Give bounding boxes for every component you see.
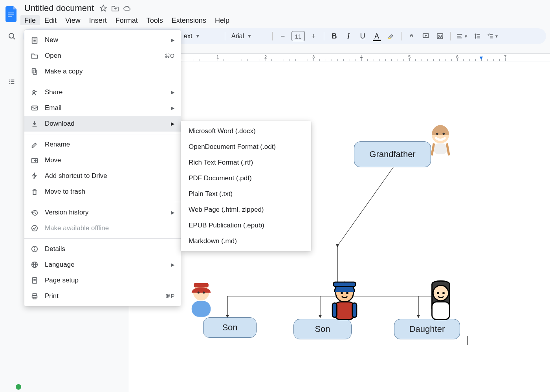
svg-rect-47 xyxy=(434,143,447,154)
menu-item-file[interactable]: File xyxy=(20,15,40,26)
svg-point-48 xyxy=(436,133,438,135)
search-menus-button[interactable] xyxy=(4,28,20,44)
cloud-status-icon[interactable] xyxy=(123,4,131,12)
move-to-folder-icon[interactable] xyxy=(111,4,119,12)
download-format-opendocument[interactable]: OpenDocument Format (.odt) xyxy=(181,139,311,155)
checklist-button[interactable]: ▼ xyxy=(485,30,500,42)
insert-link-button[interactable] xyxy=(405,30,418,42)
download-format-markdown[interactable]: Markdown (.md) xyxy=(181,233,311,249)
chevron-down-icon: ▼ xyxy=(464,34,468,38)
globe-icon xyxy=(31,261,38,269)
increase-font-size-button[interactable]: + xyxy=(307,30,320,42)
insert-image-button[interactable] xyxy=(434,30,446,42)
svg-point-55 xyxy=(336,284,354,302)
highlight-color-button[interactable] xyxy=(385,30,397,42)
text-color-button[interactable]: A xyxy=(370,30,383,42)
document-title[interactable]: Untitled document xyxy=(23,3,95,13)
align-button[interactable]: ▼ xyxy=(455,30,469,42)
menu-item-format[interactable]: Format xyxy=(112,15,142,26)
svg-point-49 xyxy=(443,133,445,135)
paragraph-style-label: ext xyxy=(184,33,192,40)
file-menu-item-print[interactable]: Print⌘P xyxy=(24,288,181,304)
print-icon xyxy=(31,292,38,300)
menu-separator xyxy=(24,134,181,134)
avatar-son-1 xyxy=(184,277,218,321)
menu-item-label: Make available offline xyxy=(45,224,174,232)
italic-button[interactable]: I xyxy=(342,30,355,42)
document-outline-button[interactable] xyxy=(5,75,19,89)
menu-item-label: New xyxy=(45,36,165,44)
file-menu-item-details[interactable]: Details xyxy=(24,241,181,257)
family-node-label: Grandfather xyxy=(369,149,415,159)
file-menu-item-new[interactable]: New▶ xyxy=(24,32,181,48)
file-menu-item-make-a-copy[interactable]: Make a copy xyxy=(24,64,181,79)
svg-rect-33 xyxy=(8,16,12,17)
star-icon[interactable] xyxy=(99,4,107,12)
download-format-microsoft[interactable]: Microsoft Word (.docx) xyxy=(181,123,311,139)
family-node-daughter[interactable]: Daughter xyxy=(394,319,460,339)
svg-point-65 xyxy=(442,292,445,294)
submenu-arrow-icon: ▶ xyxy=(171,105,174,111)
menu-item-label: Page setup xyxy=(45,277,174,284)
family-node-label: Daughter xyxy=(409,324,445,334)
page-icon xyxy=(31,277,38,284)
family-node-son-2[interactable]: Son xyxy=(293,319,352,339)
file-menu-item-email[interactable]: Email▶ xyxy=(24,100,181,116)
file-menu-item-open[interactable]: Open⌘O xyxy=(24,48,181,64)
menu-item-help[interactable]: Help xyxy=(211,15,233,26)
family-node-son-1[interactable]: Son xyxy=(203,317,257,338)
doc-icon xyxy=(31,36,38,44)
copy-icon xyxy=(31,68,38,75)
file-menu-item-add-shortcut-to-drive[interactable]: Add shortcut to Drive xyxy=(24,168,181,184)
download-format-pdf[interactable]: PDF Document (.pdf) xyxy=(181,170,311,186)
menu-item-label: Print xyxy=(45,292,159,300)
svg-point-50 xyxy=(193,285,209,300)
file-menu-item-share[interactable]: Share▶ xyxy=(24,84,181,100)
file-menu-item-move[interactable]: Move xyxy=(24,152,181,168)
file-menu-item-make-available-offline: Make available offline xyxy=(24,220,181,236)
file-menu-item-page-setup[interactable]: Page setup xyxy=(24,273,181,288)
download-format-web[interactable]: Web Page (.html, zipped) xyxy=(181,202,311,218)
file-menu-item-version-history[interactable]: Version history▶ xyxy=(24,205,181,220)
line-spacing-button[interactable] xyxy=(471,30,484,42)
svg-rect-31 xyxy=(8,13,14,13)
menu-item-tools[interactable]: Tools xyxy=(143,15,167,26)
add-comment-button[interactable] xyxy=(420,30,432,42)
toolbar-separator xyxy=(272,32,273,40)
menu-item-label: Make a copy xyxy=(45,68,174,75)
download-format-rich[interactable]: Rich Text Format (.rtf) xyxy=(181,155,311,170)
file-menu-item-language[interactable]: Language▶ xyxy=(24,257,181,273)
paragraph-style-select[interactable]: ext▼ xyxy=(182,33,221,40)
keyboard-shortcut: ⌘O xyxy=(165,53,174,59)
decrease-font-size-button[interactable]: − xyxy=(277,30,289,42)
family-node-grandfather[interactable]: Grandfather xyxy=(354,141,431,167)
family-node-label: Son xyxy=(315,324,330,334)
menu-item-insert[interactable]: Insert xyxy=(85,15,111,26)
font-size-input[interactable]: 11 xyxy=(292,31,305,41)
menu-item-label: Add shortcut to Drive xyxy=(45,172,174,180)
svg-point-64 xyxy=(437,292,439,294)
svg-point-46 xyxy=(432,126,449,143)
submenu-arrow-icon: ▶ xyxy=(171,90,174,95)
menu-item-extensions[interactable]: Extensions xyxy=(168,15,210,26)
mail-icon xyxy=(31,104,38,112)
bold-button[interactable]: B xyxy=(328,30,341,42)
menu-item-view[interactable]: View xyxy=(61,15,84,26)
svg-rect-63 xyxy=(432,302,450,320)
svg-rect-32 xyxy=(8,15,14,15)
download-format-epub[interactable]: EPUB Publication (.epub) xyxy=(181,218,311,233)
docs-logo[interactable] xyxy=(5,5,19,24)
download-format-plain[interactable]: Plain Text (.txt) xyxy=(181,186,311,202)
underline-button[interactable]: U xyxy=(356,30,369,42)
svg-point-54 xyxy=(203,291,205,293)
font-family-select[interactable]: Arial▼ xyxy=(229,33,268,40)
horizontal-ruler[interactable]: 1234567▼ xyxy=(126,53,550,61)
ruler-right-margin-marker[interactable]: ▼ xyxy=(478,55,484,61)
file-menu-item-rename[interactable]: Rename xyxy=(24,137,181,152)
file-menu-item-download[interactable]: Download▶ xyxy=(24,116,181,132)
menu-item-edit[interactable]: Edit xyxy=(40,15,60,26)
submenu-arrow-icon: ▶ xyxy=(171,262,174,267)
rename-icon xyxy=(31,141,38,148)
toolbar-separator xyxy=(324,32,324,40)
file-menu-item-move-to-trash[interactable]: Move to trash xyxy=(24,184,181,200)
